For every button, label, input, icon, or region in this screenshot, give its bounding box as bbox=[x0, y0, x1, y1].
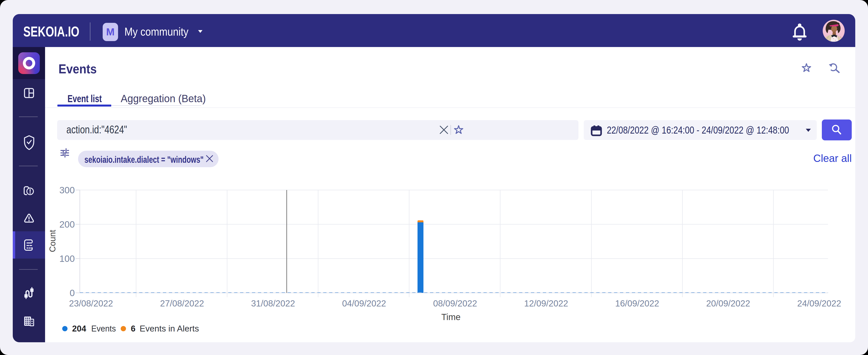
svg-text:Aggregation (Beta): Aggregation (Beta) bbox=[121, 93, 206, 104]
svg-text:200: 200 bbox=[59, 219, 75, 230]
svg-text:SEKOIA.IO: SEKOIA.IO bbox=[23, 24, 80, 39]
svg-text:sekoiaio.intake.dialect = "win: sekoiaio.intake.dialect = "windows" bbox=[85, 155, 204, 165]
svg-text:Events: Events bbox=[91, 324, 116, 333]
svg-text:Count: Count bbox=[48, 230, 57, 252]
svg-text:100: 100 bbox=[59, 254, 75, 264]
svg-text:300: 300 bbox=[59, 185, 75, 195]
svg-text:204: 204 bbox=[72, 324, 86, 333]
svg-text:Clear all: Clear all bbox=[813, 153, 852, 164]
svg-text:20/09/2022: 20/09/2022 bbox=[706, 298, 750, 308]
svg-text:0: 0 bbox=[70, 288, 75, 298]
svg-text:12/09/2022: 12/09/2022 bbox=[524, 298, 568, 308]
svg-text:27/08/2022: 27/08/2022 bbox=[160, 298, 204, 308]
svg-text:Event list: Event list bbox=[67, 93, 102, 104]
svg-text:6: 6 bbox=[131, 324, 135, 333]
svg-text:Events in Alerts: Events in Alerts bbox=[140, 324, 199, 333]
svg-text:22/08/2022 @ 16:24:00 - 24/09/: 22/08/2022 @ 16:24:00 - 24/09/2022 @ 12:… bbox=[607, 124, 789, 136]
svg-text:Events: Events bbox=[59, 62, 97, 76]
svg-text:24/09/2022: 24/09/2022 bbox=[797, 298, 841, 308]
svg-text:Time: Time bbox=[441, 312, 460, 322]
svg-text:04/09/2022: 04/09/2022 bbox=[342, 298, 386, 308]
svg-text:23/08/2022: 23/08/2022 bbox=[69, 298, 113, 308]
svg-text:16/09/2022: 16/09/2022 bbox=[615, 298, 659, 308]
svg-text:My community: My community bbox=[124, 25, 188, 38]
svg-text:action.id:"4624": action.id:"4624" bbox=[66, 124, 127, 136]
svg-text:08/09/2022: 08/09/2022 bbox=[433, 298, 477, 308]
svg-text:31/08/2022: 31/08/2022 bbox=[251, 298, 295, 308]
